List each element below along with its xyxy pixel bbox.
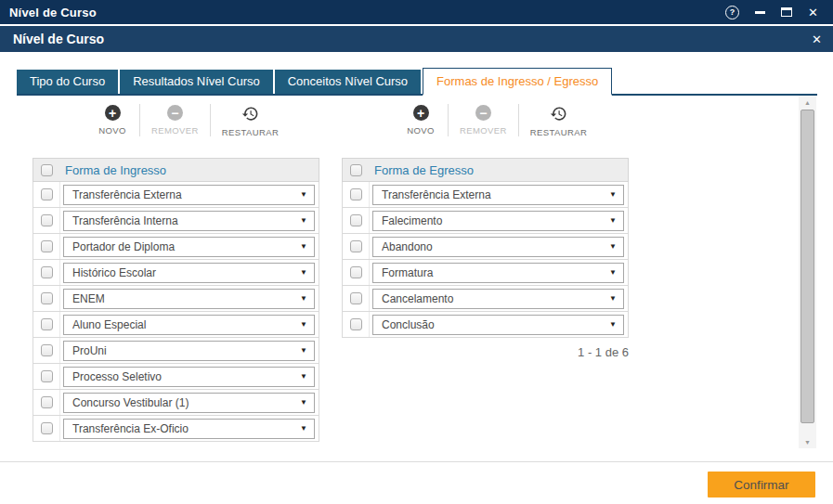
list-row: Aluno Especial ▼ — [33, 312, 319, 338]
row-checkbox[interactable] — [41, 240, 53, 252]
close-icon[interactable]: ✕ — [808, 6, 818, 19]
ingresso-dropdown[interactable]: Histórico Escolar ▼ — [63, 263, 315, 283]
checkbox-cell — [33, 286, 60, 311]
scrollbar-thumb[interactable] — [800, 110, 814, 423]
row-checkbox[interactable] — [350, 188, 362, 200]
row-checkbox[interactable] — [41, 214, 53, 226]
ingresso-dropdown[interactable]: Aluno Especial ▼ — [63, 315, 315, 335]
forma-de-egresso-list: Forma de Egresso Transferência Externa ▼… — [342, 158, 629, 338]
dropdown-value: Histórico Escolar — [72, 266, 300, 279]
row-checkbox[interactable] — [350, 240, 362, 252]
tab-tipo-do-curso[interactable]: Tipo do Curso — [17, 70, 118, 94]
egresso-dropdown[interactable]: Formatura ▼ — [372, 263, 624, 283]
tab-strip: Tipo do Curso Resultados Nível Curso Con… — [17, 68, 817, 96]
egresso-remover-button[interactable]: − REMOVER — [449, 103, 518, 137]
checkbox-cell — [343, 312, 370, 337]
row-checkbox[interactable] — [41, 188, 53, 200]
dropdown-value: Processo Seletivo — [72, 370, 300, 383]
dialog-header: Nível de Curso ✕ — [0, 26, 833, 52]
ingresso-dropdown[interactable]: ENEM ▼ — [63, 289, 315, 309]
checkbox-cell — [343, 182, 370, 207]
checkbox-cell — [343, 260, 370, 285]
row-checkbox[interactable] — [41, 266, 53, 278]
row-checkbox[interactable] — [41, 292, 53, 304]
egresso-dropdown[interactable]: Falecimento ▼ — [372, 211, 624, 231]
checkbox-cell — [33, 208, 60, 233]
checkbox-cell — [33, 234, 60, 259]
dropdown-arrow-icon: ▼ — [609, 320, 617, 329]
egresso-dropdown[interactable]: Abandono ▼ — [372, 237, 624, 257]
restaurar-label: RESTAURAR — [222, 127, 280, 137]
row-checkbox[interactable] — [41, 396, 53, 408]
row-checkbox[interactable] — [350, 292, 362, 304]
row-checkbox[interactable] — [350, 318, 362, 330]
scroll-down-button[interactable]: ▼ — [799, 435, 816, 448]
plus-icon: + — [413, 105, 429, 121]
ingresso-dropdown[interactable]: Transferência Externa ▼ — [63, 185, 315, 205]
list-row: Abandono ▼ — [342, 234, 629, 260]
ingresso-select-all-checkbox[interactable] — [41, 164, 53, 176]
row-checkbox[interactable] — [41, 422, 53, 434]
ingresso-dropdown[interactable]: Transferência Ex-Oficio ▼ — [63, 419, 315, 439]
help-icon[interactable]: ? — [725, 6, 739, 19]
confirmar-button[interactable]: Confirmar — [708, 472, 815, 498]
dropdown-value: Formatura — [382, 266, 609, 279]
row-checkbox[interactable] — [41, 344, 53, 356]
checkbox-cell — [343, 208, 370, 233]
history-icon — [241, 105, 259, 123]
dropdown-arrow-icon: ▼ — [300, 268, 307, 277]
row-checkbox[interactable] — [350, 266, 362, 278]
minus-icon: − — [475, 105, 491, 121]
dropdown-arrow-icon: ▼ — [609, 242, 617, 251]
ingresso-dropdown[interactable]: Portador de Diploma ▼ — [63, 237, 315, 257]
row-checkbox[interactable] — [41, 318, 53, 330]
window-controls: ? ✕ — [725, 6, 824, 19]
egresso-restaurar-button[interactable]: RESTAURAR — [519, 103, 599, 137]
egresso-dropdown[interactable]: Cancelamento ▼ — [372, 289, 624, 309]
dropdown-arrow-icon: ▼ — [300, 216, 307, 225]
minimize-icon[interactable] — [755, 11, 765, 14]
list-row: Processo Seletivo ▼ — [33, 364, 319, 390]
novo-label: NOVO — [407, 125, 435, 136]
list-row: Transferência Ex-Oficio ▼ — [33, 416, 319, 442]
list-row: Cancelamento ▼ — [342, 286, 629, 312]
egresso-select-all-checkbox[interactable] — [350, 164, 362, 176]
window-titlebar: Nível de Curso ? ✕ — [0, 0, 833, 24]
dropdown-value: Conclusão — [382, 318, 609, 331]
dropdown-arrow-icon: ▼ — [300, 294, 307, 303]
ingresso-restaurar-button[interactable]: RESTAURAR — [211, 103, 291, 137]
ingresso-dropdown[interactable]: ProUni ▼ — [63, 341, 315, 361]
egresso-dropdown[interactable]: Conclusão ▼ — [372, 315, 624, 335]
dropdown-value: Falecimento — [382, 214, 609, 227]
ingresso-novo-button[interactable]: + NOVO — [85, 103, 139, 137]
remover-label: REMOVER — [151, 125, 199, 136]
ingresso-toolbar: + NOVO − REMOVER RESTAURAR — [85, 103, 290, 137]
egresso-dropdown[interactable]: Transferência Externa ▼ — [372, 185, 624, 205]
forma-de-ingresso-list: Forma de Ingresso Transferência Externa … — [33, 158, 319, 442]
row-checkbox[interactable] — [350, 214, 362, 226]
dropdown-value: Transferência Externa — [382, 188, 609, 201]
list-row: Histórico Escolar ▼ — [33, 260, 319, 286]
scroll-up-button[interactable]: ▲ — [799, 96, 816, 109]
ingresso-dropdown[interactable]: Processo Seletivo ▼ — [63, 367, 315, 387]
tab-formas-ingresso-egresso[interactable]: Formas de Ingresso / Egresso — [423, 68, 612, 96]
ingresso-dropdown[interactable]: Transferência Interna ▼ — [63, 211, 315, 231]
ingresso-remover-button[interactable]: − REMOVER — [140, 103, 210, 137]
dropdown-value: Cancelamento — [382, 292, 609, 305]
maximize-icon[interactable] — [781, 7, 792, 17]
tab-conceitos-nivel-curso[interactable]: Conceitos Nível Curso — [275, 70, 421, 94]
dropdown-arrow-icon: ▼ — [300, 346, 307, 355]
dialog-close-icon[interactable]: ✕ — [812, 33, 822, 45]
egresso-novo-button[interactable]: + NOVO — [394, 103, 448, 137]
dropdown-value: Concurso Vestibular (1) — [72, 396, 300, 409]
dropdown-value: Aluno Especial — [72, 318, 300, 331]
vertical-scrollbar[interactable]: ▲ ▼ — [799, 96, 816, 448]
checkbox-cell — [33, 338, 60, 363]
ingresso-dropdown[interactable]: Concurso Vestibular (1) ▼ — [63, 393, 315, 413]
tab-resultados-nivel-curso[interactable]: Resultados Nível Curso — [120, 70, 273, 94]
dropdown-arrow-icon: ▼ — [609, 216, 617, 225]
dialog-title: Nível de Curso — [13, 32, 104, 46]
egresso-list-title: Forma de Egresso — [374, 163, 474, 177]
row-checkbox[interactable] — [41, 370, 53, 382]
checkbox-cell — [343, 286, 370, 311]
